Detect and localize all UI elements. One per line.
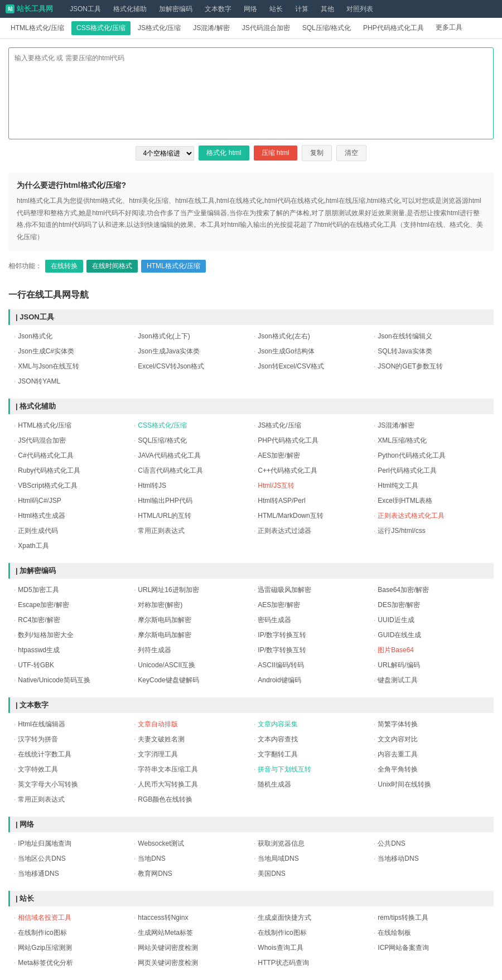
code-input[interactable] [15,54,487,132]
item-des[interactable]: ·DES加密/解密 [371,599,491,611]
item-regex-gen[interactable]: ·正则生成代码 [11,525,131,537]
item-keycode[interactable]: ·KeyCode键盘键解码 [131,675,251,686]
item-gzip-test[interactable]: ·网站Gzip压缩测测 [11,942,131,954]
indent-select[interactable]: 4个空格缩进 2个空格缩进 Tab缩进 [136,146,194,161]
item-html-js[interactable]: ·Html转JS [131,480,251,492]
sub-nav-js-encrypt[interactable]: JS代码混合加密 [237,21,295,35]
item-name-test[interactable]: ·夫妻文破姓名测 [131,734,251,745]
item-regex-common[interactable]: ·常用正则表达式 [131,525,251,537]
item-html-format[interactable]: ·HTML格式化/压缩 [11,420,131,431]
item-pwd-gen[interactable]: ·密码生成器 [251,614,371,626]
item-pinyin-underline[interactable]: ·拼音与下划线互转 [251,764,371,775]
item-auto-format[interactable]: ·文章自动排版 [131,719,251,730]
item-dedup[interactable]: ·内容去重工具 [371,749,491,760]
nav-item-format[interactable]: 格式化辅助 [108,2,152,16]
item-text-effect[interactable]: ·文字特效工具 [11,764,131,775]
item-websocket[interactable]: ·Websocket测试 [131,838,251,850]
item-text-compare[interactable]: ·文文内容对比 [371,734,491,745]
item-regex-filter[interactable]: ·正则表达式过滤器 [251,525,371,537]
item-html-js-mutual[interactable]: ·Html/JS互转 [251,480,371,492]
item-ascii-encode[interactable]: ·ASCII编码/转码 [251,659,371,671]
item-img-base64[interactable]: ·图片Base64 [371,644,491,656]
item-meta-analyze[interactable]: ·Meta标签优化分析 [11,957,131,969]
item-public-dns[interactable]: ·公共DNS [371,838,491,850]
item-browser-info[interactable]: ·获取浏览器信息 [251,838,371,850]
item-regex-common2[interactable]: ·常用正则表达式 [11,794,131,806]
item-native-unicode[interactable]: ·Native/Unicode简码互换 [11,675,131,686]
item-html-markdown[interactable]: ·HTML/MarkDown互转 [251,510,371,522]
item-htpasswd[interactable]: ·htpasswd生成 [11,644,131,656]
item-draw-online[interactable]: ·在线绘制板 [371,927,491,939]
item-mobile-dns[interactable]: ·当地移动DNS [371,853,491,865]
item-json-java[interactable]: ·Json生成Java实体类 [131,346,251,357]
item-csharp-format[interactable]: ·C#代码格式化工具 [11,450,131,462]
nav-item-webmaster[interactable]: 站长 [264,2,288,16]
nav-item-encode[interactable]: 加解密编码 [153,2,198,16]
item-make-ico[interactable]: ·在线制作ico图标 [11,927,131,939]
sub-nav-more[interactable]: 更多工具 [431,21,467,35]
logo[interactable]: 站 站长工具网 [6,4,53,14]
item-content-collect[interactable]: ·文章内容采集 [251,719,371,730]
item-utf-gbk[interactable]: ·UTF-转GBK [11,659,131,671]
nav-item-json[interactable]: JSON工具 [64,2,107,16]
item-json-format-lr[interactable]: ·Json格式化(左右) [251,331,371,342]
item-json-yaml[interactable]: ·JSON转YAML [11,376,131,387]
copy-button[interactable]: 复制 [302,145,332,161]
item-make-ico2[interactable]: ·在线制作ico图标 [251,927,371,939]
item-aes2[interactable]: ·AES加密/解密 [251,599,371,611]
item-guid[interactable]: ·GUID在线生成 [371,629,491,641]
item-sql-java[interactable]: ·SQL转Java实体类 [371,346,491,357]
sub-nav-js-obfuscate[interactable]: JS混淆/解密 [188,21,234,35]
related-link-0[interactable]: 在线转换 [45,260,83,273]
item-html-csharp[interactable]: ·Html码C#/JSP [11,495,131,507]
item-json-go[interactable]: ·Json生成Go结构体 [251,346,371,357]
format-button[interactable]: 格式化 html [199,145,249,161]
item-js-obfuscate[interactable]: ·JS混淆/解密 [371,420,491,431]
related-link-1[interactable]: 在线时间格式 [86,260,138,273]
item-uuid[interactable]: ·UUID近生成 [371,614,491,626]
item-vbscript-format[interactable]: ·VBScript格式化工具 [11,480,131,492]
nav-item-reference[interactable]: 对照列表 [341,2,379,16]
item-md5[interactable]: ·MD5加密工具 [11,584,131,596]
item-lan-dns[interactable]: ·当地局域DNS [251,853,371,865]
item-perl-format[interactable]: ·Perl代码格式化工具 [371,465,491,477]
item-unicode-ascii[interactable]: ·Unicode/ASCII互换 [131,659,251,671]
item-icp[interactable]: ·ICP网站备案查询 [371,942,491,954]
item-xml-format[interactable]: ·XML压缩/格式化 [371,435,491,447]
item-php-format[interactable]: ·PHP代码格式化工具 [251,435,371,447]
item-xunlei[interactable]: ·迅雷磁吸风加解密 [251,584,371,596]
compress-button[interactable]: 压缩 html [254,145,297,161]
item-random-gen[interactable]: ·随机生成器 [251,779,371,790]
item-html-generator[interactable]: ·Html格式生成器 [11,510,131,522]
item-regex-format[interactable]: ·正则表达式格式化工具 [371,510,491,522]
item-us-dns[interactable]: ·美国DNS [251,868,371,880]
item-text-clean[interactable]: ·文字消理工具 [131,749,251,760]
item-run-js[interactable]: ·运行JS/html/css [371,525,491,537]
item-excel-json[interactable]: ·Excel/CSV转Json格式 [131,361,251,372]
item-js-format[interactable]: ·JS格式化/压缩 [251,420,371,431]
item-html-editor[interactable]: ·Html在线编辑器 [11,719,131,730]
item-morse2[interactable]: ·摩尔斯电码加解密 [131,629,251,641]
item-escape[interactable]: ·Escape加密/解密 [11,599,131,611]
related-link-2[interactable]: HTML格式化/压缩 [141,260,206,273]
item-c-format[interactable]: ·C语言代码格式化工具 [131,465,251,477]
item-json-format-ud[interactable]: ·Json格式化(上下) [131,331,251,342]
item-ip-num2[interactable]: ·IP/数字转换互转 [251,644,371,656]
nav-item-text[interactable]: 文本数字 [199,2,237,16]
item-json-excel[interactable]: ·Json转Excel/CSV格式 [251,361,371,372]
item-base64[interactable]: ·Base64加密/解密 [371,584,491,596]
item-html-url[interactable]: ·HTML/URL的互转 [131,510,251,522]
item-http-status[interactable]: ·HTTP状态码查询 [251,957,371,969]
item-fullhalf[interactable]: ·全角平角转换 [371,764,491,775]
item-rgb-convert[interactable]: ·RGB颜色在线转换 [131,794,251,806]
item-num-encrypt[interactable]: ·数列/短格加密大全 [11,629,131,641]
item-keyboard-test[interactable]: ·键盘测试工具 [371,675,491,686]
item-android-encode[interactable]: ·Android键编码 [251,675,371,686]
item-url-encode[interactable]: ·URL解码/编码 [371,659,491,671]
item-html-asp[interactable]: ·Html转ASP/Perl [251,495,371,507]
item-morse[interactable]: ·摩尔斯电码加解密 [131,614,251,626]
item-rmb[interactable]: ·人民币大写转换工具 [131,779,251,790]
item-python-format[interactable]: ·Python代码格式化工具 [371,450,491,462]
item-cpp-format[interactable]: ·C++代码格式化工具 [251,465,371,477]
item-str-compress[interactable]: ·字符串文本压缩工具 [131,764,251,775]
